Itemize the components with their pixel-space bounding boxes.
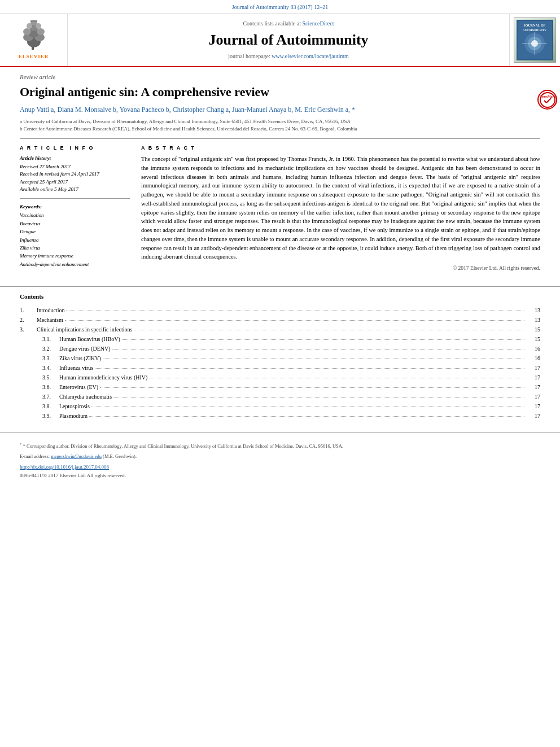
contents-dots-3 bbox=[134, 330, 524, 330]
journal-homepage-link[interactable]: www.elsevier.com/locate/jautimm bbox=[272, 53, 349, 59]
svg-rect-11 bbox=[30, 20, 37, 22]
keyword-7: Antibody-dependent enhancement bbox=[20, 260, 130, 268]
journal-citation-bar: Journal of Autoimmunity 83 (2017) 12–21 bbox=[0, 0, 560, 14]
cover-image-icon: JOURNAL OF AUTOIMMUNITY bbox=[517, 20, 553, 60]
keywords-label: Keywords: bbox=[20, 203, 130, 211]
contents-table: 1. Introduction 13 2. Mechanism 13 3. bbox=[20, 306, 540, 420]
contents-dots-33 bbox=[103, 359, 524, 359]
main-content: CrossMark Review article Original antige… bbox=[0, 67, 560, 278]
contents-text-1: Introduction bbox=[37, 306, 526, 314]
contents-num-3: 3. bbox=[20, 325, 37, 334]
journal-cover-image: JOURNAL OF AUTOIMMUNITY bbox=[514, 18, 556, 63]
revised-date: Received in revised form 24 April 2017 bbox=[20, 171, 130, 178]
article-history-block: Article history: Received 27 March 2017 … bbox=[20, 155, 130, 194]
contents-page-37: 17 bbox=[526, 392, 540, 401]
issn-notice: 0896-8411/© 2017 Elsevier Ltd. All right… bbox=[20, 472, 540, 479]
contents-row-36: 3.6. Enterovirus (EV) 17 bbox=[20, 383, 540, 391]
article-info-column: A R T I C L E I N F O Article history: R… bbox=[20, 145, 130, 273]
contents-text-39: Plasmodium bbox=[59, 412, 526, 420]
article-type-label: Review article bbox=[20, 73, 540, 81]
contents-text-3: Clinical implications in specific infect… bbox=[37, 325, 526, 334]
contents-num-2: 2. bbox=[20, 316, 37, 324]
article-dates: Received 27 March 2017 Received in revis… bbox=[20, 163, 130, 194]
contents-row-39: 3.9. Plasmodium 17 bbox=[20, 412, 540, 420]
contents-page-3: 15 bbox=[526, 325, 540, 334]
contents-row-37: 3.7. Chlamydia trachomatis 17 bbox=[20, 392, 540, 401]
elsevier-tree-icon bbox=[11, 20, 56, 51]
doi-link[interactable]: http://dx.doi.org/10.1016/j.jaut.2017.04… bbox=[20, 464, 540, 471]
svg-text:AUTOIMMUNITY: AUTOIMMUNITY bbox=[523, 29, 546, 32]
available-date: Available online 5 May 2017 bbox=[20, 186, 130, 194]
contents-dots-35 bbox=[149, 378, 524, 378]
contents-num-1: 1. bbox=[20, 306, 37, 314]
article-info-abstract: A R T I C L E I N F O Article history: R… bbox=[20, 145, 540, 273]
crossmark-badge[interactable]: CrossMark bbox=[537, 90, 557, 110]
keyword-3: Dengue bbox=[20, 228, 130, 235]
contents-text-37: Chlamydia trachomatis bbox=[59, 392, 526, 401]
contents-dots-36 bbox=[100, 387, 524, 388]
contents-text-31: Human Bocavirus (HBoV) bbox=[59, 335, 526, 343]
contents-num-33: 3.3. bbox=[42, 354, 59, 362]
contents-section: Contents 1. Introduction 13 2. Mechanism… bbox=[0, 286, 560, 426]
science-direct-link[interactable]: ScienceDirect bbox=[302, 20, 334, 27]
keyword-6: Memory immune response bbox=[20, 252, 130, 260]
contents-page-1: 13 bbox=[526, 306, 540, 314]
abstract-text: The concept of "original antigenic sin" … bbox=[141, 155, 540, 261]
crossmark-area[interactable]: CrossMark bbox=[537, 90, 557, 110]
contents-page-38: 17 bbox=[526, 402, 540, 410]
contents-page-39: 17 bbox=[526, 412, 540, 420]
journal-header-center: Contents lists available at ScienceDirec… bbox=[68, 14, 509, 66]
elsevier-logo: ELSEVIER bbox=[11, 20, 56, 60]
svg-point-5 bbox=[23, 28, 31, 35]
keyword-2: Bocavirus bbox=[20, 220, 130, 228]
authors-list: Anup Vatti a, Diana M. Monsalve b, Yovan… bbox=[20, 104, 540, 115]
contents-dots-34 bbox=[95, 368, 524, 369]
affiliation-b: b Center for Autoimmune Diseases Researc… bbox=[20, 125, 540, 133]
contents-dots-37 bbox=[113, 397, 524, 397]
divider-1 bbox=[20, 138, 540, 139]
journal-header: ELSEVIER Contents lists available at Sci… bbox=[0, 14, 560, 67]
crossmark-icon: CrossMark bbox=[539, 91, 556, 108]
contents-num-34: 3.4. bbox=[42, 364, 59, 372]
journal-title: Journal of Autoimmunity bbox=[208, 30, 368, 50]
contents-row-2: 2. Mechanism 13 bbox=[20, 316, 540, 324]
email-link[interactable]: megershwin@ucdavis.edu bbox=[51, 453, 102, 459]
contents-num-31: 3.1. bbox=[42, 335, 59, 343]
paper-title: Original antigenic sin: A comprehensive … bbox=[20, 84, 540, 101]
accepted-date: Accepted 25 April 2017 bbox=[20, 178, 130, 186]
article-history-label: Article history: bbox=[20, 155, 130, 162]
keywords-list: Vaccination Bocavirus Dengue Influenza Z… bbox=[20, 211, 130, 268]
contents-row-38: 3.8. Leptospirosis 17 bbox=[20, 402, 540, 410]
article-info-heading: A R T I C L E I N F O bbox=[20, 145, 130, 152]
contents-text-38: Leptospirosis bbox=[59, 402, 526, 410]
contents-text-2: Mechanism bbox=[37, 316, 526, 324]
affiliations: a University of California at Davis, Div… bbox=[20, 118, 540, 132]
contents-row-3: 3. Clinical implications in specific inf… bbox=[20, 325, 540, 334]
copyright-notice: © 2017 Elsevier Ltd. All rights reserved… bbox=[141, 265, 540, 272]
homepage-link-area: journal homepage: www.elsevier.com/locat… bbox=[228, 53, 349, 60]
contents-page-34: 17 bbox=[526, 364, 540, 372]
contents-page-36: 17 bbox=[526, 383, 540, 391]
keyword-5: Zika virus bbox=[20, 244, 130, 252]
contents-dots-38 bbox=[91, 407, 524, 407]
contents-num-37: 3.7. bbox=[42, 392, 59, 401]
svg-text:CrossMark: CrossMark bbox=[539, 95, 556, 98]
email-note: E-mail address: megershwin@ucdavis.edu (… bbox=[20, 453, 540, 460]
svg-text:JOURNAL OF: JOURNAL OF bbox=[524, 24, 546, 27]
contents-num-39: 3.9. bbox=[42, 412, 59, 420]
elsevier-wordmark: ELSEVIER bbox=[19, 53, 49, 60]
contents-title: Contents bbox=[20, 292, 540, 301]
contents-text-32: Dengue virus (DENV) bbox=[59, 344, 526, 353]
contents-page-2: 13 bbox=[526, 316, 540, 324]
received-date: Received 27 March 2017 bbox=[20, 163, 130, 171]
contents-dots-39 bbox=[89, 416, 524, 417]
contents-dots-31 bbox=[122, 339, 524, 340]
contents-row-31: 3.1. Human Bocavirus (HBoV) 15 bbox=[20, 335, 540, 343]
contents-available-text: Contents lists available at ScienceDirec… bbox=[243, 20, 334, 28]
abstract-column: A B S T R A C T The concept of "original… bbox=[141, 145, 540, 273]
keyword-4: Influenza bbox=[20, 236, 130, 244]
contents-row-32: 3.2. Dengue virus (DENV) 16 bbox=[20, 344, 540, 353]
contents-page-35: 17 bbox=[526, 373, 540, 382]
keyword-1: Vaccination bbox=[20, 211, 130, 219]
svg-point-6 bbox=[37, 28, 45, 35]
